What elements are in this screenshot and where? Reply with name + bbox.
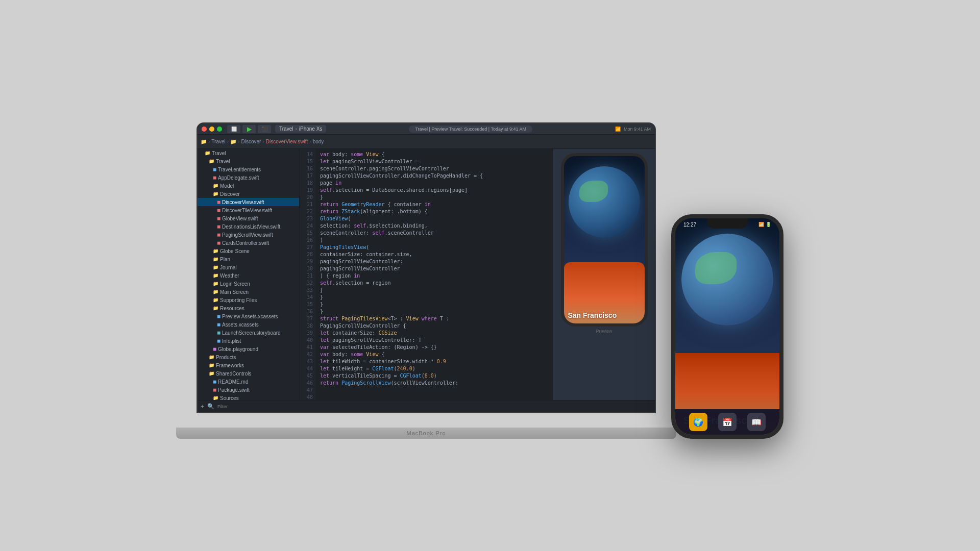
tab-plan[interactable]: 📅 xyxy=(718,413,737,431)
line-number: 39 xyxy=(300,330,313,337)
preview-panel: San Francisco Preview xyxy=(553,149,655,400)
tab-discover[interactable]: 🌍 xyxy=(689,413,707,431)
code-line: } xyxy=(320,308,549,315)
code-content[interactable]: var body: some View { let pagingScrollVi… xyxy=(316,149,553,400)
breadcrumb-item-5[interactable]: DiscoverView.swift xyxy=(266,139,308,144)
tree-item[interactable]: ◼Assets.xcassets xyxy=(198,320,299,329)
tree-item[interactable]: ◼Globe.playground xyxy=(198,345,299,353)
line-number: 18 xyxy=(300,180,313,187)
tree-item[interactable]: 📁Model xyxy=(198,182,299,190)
tree-item[interactable]: ◼Package.swift xyxy=(198,386,299,394)
tree-item[interactable]: 📁Travel xyxy=(198,149,299,157)
preview-label: Preview xyxy=(596,327,612,336)
line-number: 22 xyxy=(300,208,313,215)
tree-item[interactable]: 📁Products xyxy=(198,353,299,361)
code-line: return GeometryReader { container in xyxy=(320,201,549,208)
tab-journal[interactable]: 📖 xyxy=(747,413,766,431)
tree-item[interactable]: 📁Journal xyxy=(198,263,299,271)
tree-item[interactable]: 📁Supporting Files xyxy=(198,296,299,304)
tree-item[interactable]: 📁Sources xyxy=(198,394,299,400)
arrow-icon: › xyxy=(295,126,297,132)
code-line: var selectedTileAction: (Region) -> {} xyxy=(320,344,549,351)
breadcrumb-item-2[interactable]: Travel xyxy=(211,139,225,144)
tree-item[interactable]: 📁Main Screen xyxy=(198,288,299,296)
code-line: page in xyxy=(320,180,549,187)
tree-item[interactable]: 📁SharedControls xyxy=(198,369,299,378)
file-tree-sidebar: 📁Travel📁Travel◼Travel.entitlements◼AppDe… xyxy=(198,149,300,400)
tree-container: 📁Travel📁Travel◼Travel.entitlements◼AppDe… xyxy=(198,149,299,400)
code-line: var body: some View { xyxy=(320,151,549,158)
tree-item[interactable]: ◼Travel.entitlements xyxy=(198,165,299,173)
run-button[interactable]: ▶ xyxy=(242,125,256,133)
line-number: 44 xyxy=(300,365,313,372)
tree-item[interactable]: ◼DiscoverView.swift xyxy=(198,198,299,206)
code-line: let pagingScrollViewController: T xyxy=(320,337,549,344)
line-number: 38 xyxy=(300,322,313,330)
code-line: let tileHeight = CGFloat(240.0) xyxy=(320,365,549,372)
breadcrumb-item-6[interactable]: body xyxy=(313,139,324,144)
status-bar-center: Travel | Preview Travel: Succeeded | Tod… xyxy=(326,126,615,133)
tree-item[interactable]: ◼CardsController.swift xyxy=(198,239,299,247)
code-line: sceneController.pagingScrollViewControll… xyxy=(320,165,549,172)
scheme-selector[interactable]: Travel › iPhone Xs xyxy=(275,125,326,133)
tree-item[interactable]: ◼DestinationsListView.swift xyxy=(198,222,299,231)
globe-iphone xyxy=(681,234,773,325)
breadcrumb-item-3[interactable]: 📁 xyxy=(230,139,236,144)
stop-button[interactable]: ⬛ xyxy=(258,125,271,133)
line-number: 14 xyxy=(300,151,313,158)
maximize-button[interactable] xyxy=(217,127,222,132)
tree-item[interactable]: 📁Travel xyxy=(198,157,299,165)
line-number: 43 xyxy=(300,358,313,365)
tree-item[interactable]: ◼PagingScrollView.swift xyxy=(198,231,299,239)
breadcrumb-sep-4: › xyxy=(262,139,264,144)
sf-card-preview: San Francisco xyxy=(564,262,645,323)
tree-item[interactable]: ◼README.md xyxy=(198,378,299,386)
line-number: 17 xyxy=(300,172,313,180)
code-line: ) { region in xyxy=(320,272,549,280)
traffic-lights xyxy=(202,127,222,132)
code-line: return ZStack(alignment: .bottom) { xyxy=(320,208,549,215)
tree-item[interactable]: ◼GlobeView.swift xyxy=(198,214,299,222)
tree-item[interactable]: 📁Frameworks xyxy=(198,361,299,369)
tree-item[interactable]: 📁Login Screen xyxy=(198,280,299,288)
line-number: 15 xyxy=(300,158,313,165)
line-number: 26 xyxy=(300,237,313,244)
code-line: pagingScrollViewController xyxy=(320,265,549,272)
tree-item[interactable]: 📁Resources xyxy=(198,304,299,312)
iphone-notch xyxy=(707,218,748,229)
tree-item[interactable]: ◼LaunchScreen.storyboard xyxy=(198,329,299,337)
breadcrumb-item-4[interactable]: Discover xyxy=(241,139,261,144)
breadcrumb: 📁 › Travel › 📁 › Discover › DiscoverView… xyxy=(201,139,324,144)
filter-input[interactable]: Filter xyxy=(217,404,228,409)
clock: Mon 9:41 AM xyxy=(624,127,651,132)
breadcrumb-item-1[interactable]: 📁 xyxy=(201,139,207,144)
macbook-wrapper: ⬜ ▶ ⬛ Travel › iPhone Xs Travel | Previe… xyxy=(197,122,656,439)
tree-item[interactable]: 📁Weather xyxy=(198,271,299,280)
line-number: 25 xyxy=(300,230,313,237)
filter-icon: 🔍 xyxy=(207,403,214,410)
tree-item[interactable]: 📁Plan xyxy=(198,255,299,263)
line-number: 40 xyxy=(300,337,313,344)
line-number: 35 xyxy=(300,301,313,308)
code-editor[interactable]: 1415161718192021222324252627282930313233… xyxy=(300,149,553,400)
code-line: } xyxy=(320,287,549,294)
tree-item[interactable]: ◼DiscoverTileView.swift xyxy=(198,206,299,214)
breadcrumb-sep-3: › xyxy=(238,139,239,144)
tree-item[interactable]: 📁Globe Scene xyxy=(198,247,299,255)
tree-item[interactable]: ◼Info.plist xyxy=(198,337,299,345)
tree-item[interactable]: ◼Preview Assets.xcassets xyxy=(198,312,299,320)
tree-item[interactable]: ◼AppDelegate.swift xyxy=(198,173,299,182)
add-file-button[interactable]: + xyxy=(201,403,204,410)
minimize-button[interactable] xyxy=(209,127,214,132)
line-number: 24 xyxy=(300,222,313,230)
tree-item[interactable]: 📁Discover xyxy=(198,190,299,198)
wifi-icon: 📶 xyxy=(615,127,621,132)
code-line: } xyxy=(320,294,549,301)
line-number: 41 xyxy=(300,344,313,351)
title-bar-controls: ⬜ ▶ ⬛ xyxy=(227,125,271,133)
line-number: 28 xyxy=(300,251,313,258)
close-button[interactable] xyxy=(202,127,207,132)
main-content: 📁Travel📁Travel◼Travel.entitlements◼AppDe… xyxy=(198,149,655,400)
code-line: pagingScrollViewController.didChangeToPa… xyxy=(320,172,549,180)
sidebar-toggle[interactable]: ⬜ xyxy=(227,125,240,133)
